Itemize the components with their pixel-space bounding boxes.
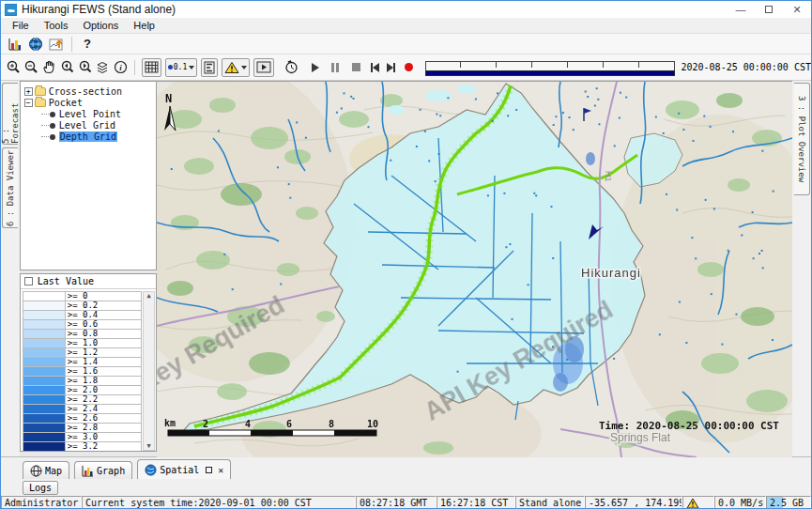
movie-play-icon (256, 61, 271, 73)
zoom-previous-icon[interactable] (59, 58, 75, 76)
tree-item-cross-section[interactable]: + Cross-section (24, 86, 156, 97)
legend-row[interactable]: >= 1.6 (23, 366, 142, 376)
legend-row[interactable]: >= 1.8 (23, 376, 142, 385)
menu-tools[interactable]: Tools (37, 19, 76, 32)
legend-row[interactable]: >= 0.4 (23, 310, 142, 319)
last-value-label: Last Value (38, 276, 94, 286)
legend-color-swatch (23, 357, 66, 366)
tree-item-level-point[interactable]: Level Point (41, 109, 156, 119)
legend-value: >= 1.0 (66, 338, 142, 347)
record-button[interactable] (402, 58, 416, 76)
record-icon (405, 63, 413, 71)
status-mode: Stand alone (515, 496, 585, 509)
timeline-slider[interactable] (424, 58, 675, 77)
panel-maximize-icon[interactable] (206, 467, 212, 473)
legend-value: >= 1.8 (66, 376, 142, 385)
legend-row[interactable]: >= 1.2 (23, 347, 142, 357)
toolbar-separator (71, 37, 72, 52)
map-display-icon[interactable] (26, 35, 45, 53)
interval-dropdown[interactable]: 0.1 (165, 58, 197, 77)
legend-row[interactable]: >= 3.0 (23, 432, 142, 441)
layers-icon[interactable] (95, 58, 111, 76)
pause-icon (331, 63, 339, 72)
grid-display-toggle[interactable] (142, 58, 161, 77)
scroll-down-icon[interactable]: ▼ (147, 442, 151, 450)
menu-bar: File Tools Options Help (1, 18, 811, 34)
svg-text:N: N (165, 92, 172, 105)
legend-row[interactable]: >= 0.6 (23, 319, 142, 329)
node-bullet-icon (50, 112, 55, 117)
pan-hand-icon[interactable] (41, 58, 57, 76)
warning-dropdown[interactable] (222, 58, 250, 77)
database-display-icon[interactable] (6, 35, 24, 53)
legend-scrollbar[interactable]: ▲▼ (143, 291, 155, 451)
last-value-checkbox[interactable] (24, 277, 33, 285)
tab-graph[interactable]: Graph (74, 461, 132, 479)
legend-row[interactable]: >= 2.0 (23, 385, 142, 394)
tree-item-level-grid[interactable]: Level Grid (41, 120, 156, 131)
zoom-next-icon[interactable] (77, 58, 93, 76)
bottom-tab-bar: Map Graph Spatial ✕ (1, 456, 811, 479)
legend-value: >= 0.4 (66, 310, 142, 319)
tab-data-viewer[interactable]: 6 : Data Viewer (2, 147, 18, 228)
tree-item-pocket[interactable]: − Pocket (24, 98, 156, 108)
collapse-icon[interactable]: − (24, 99, 33, 107)
legend-row[interactable]: >= 0 (23, 291, 142, 301)
map-canvas[interactable]: API Key Required API Key Required Hikura… (157, 81, 792, 456)
minimize-button[interactable]: — (727, 1, 755, 18)
zoom-in-icon[interactable] (6, 58, 22, 76)
legend-row[interactable]: >= 1.4 (23, 357, 142, 366)
tab-forecast[interactable]: 5 : Forecast (2, 83, 18, 145)
panel-close-icon[interactable]: ✕ (218, 465, 223, 475)
maximize-icon (765, 6, 773, 13)
tab-spatial[interactable]: Spatial ✕ (137, 459, 231, 479)
zoom-out-icon[interactable] (23, 58, 39, 76)
timeseries-display-icon[interactable] (47, 35, 66, 53)
legend-value: >= 3.0 (66, 432, 142, 441)
menu-options[interactable]: Options (75, 19, 126, 32)
animation-button[interactable] (253, 58, 274, 77)
legend-row[interactable]: >= 2.6 (23, 413, 142, 423)
legend-row[interactable]: >= 2.4 (23, 404, 142, 413)
chevron-down-icon (189, 66, 194, 69)
legend-panel: Last Value >= 0 >= 0.2 >= 0.4 >= 0.6 >= … (20, 273, 157, 452)
tab-map[interactable]: Map (23, 461, 69, 479)
legend-value: >= 3.2 (66, 441, 142, 451)
help-button[interactable]: ? (78, 35, 97, 53)
close-button[interactable]: ✕ (783, 1, 811, 18)
menu-help[interactable]: Help (126, 19, 162, 32)
status-memory: 2.5 GB (766, 496, 811, 509)
step-back-button[interactable] (368, 58, 382, 76)
wire-globe-icon (30, 465, 42, 477)
legend-row[interactable]: >= 0.2 (23, 301, 142, 310)
tab-plot-overview[interactable]: 3 : Plot Overview (794, 83, 810, 195)
legend-value: >= 1.4 (66, 357, 142, 366)
profile-display-toggle[interactable] (201, 58, 218, 77)
legend-row[interactable]: >= 2.2 (23, 394, 142, 404)
legend-color-swatch (23, 301, 66, 310)
legend-color-swatch (23, 376, 66, 385)
time-reset-icon[interactable] (283, 58, 299, 76)
legend-value: >= 2.4 (66, 404, 142, 413)
scroll-up-icon[interactable]: ▲ (147, 292, 151, 300)
legend-row[interactable]: >= 1.0 (23, 338, 142, 347)
tree-item-depth-grid[interactable]: Depth Grid (41, 131, 156, 142)
svg-text:km: km (164, 418, 176, 428)
status-warning[interactable] (682, 496, 714, 509)
step-forward-button[interactable] (384, 58, 398, 76)
filter-tree[interactable]: + Cross-section − Pocket Level Point Lev… (20, 81, 157, 270)
legend-row[interactable]: >= 0.8 (23, 329, 142, 338)
pause-button[interactable] (329, 58, 343, 76)
info-icon[interactable]: i (113, 58, 129, 76)
maximize-button[interactable] (755, 1, 783, 18)
logs-button[interactable]: Logs (23, 481, 58, 495)
legend-color-swatch (23, 413, 66, 423)
interval-dot-icon (168, 65, 173, 69)
play-button[interactable] (308, 58, 322, 76)
legend-row[interactable]: >= 2.8 (23, 423, 142, 432)
legend-row[interactable]: >= 3.2 (23, 441, 142, 451)
expand-icon[interactable]: + (24, 87, 33, 96)
legend-color-swatch (23, 347, 66, 357)
menu-file[interactable]: File (5, 19, 37, 32)
stop-button[interactable] (349, 58, 363, 76)
